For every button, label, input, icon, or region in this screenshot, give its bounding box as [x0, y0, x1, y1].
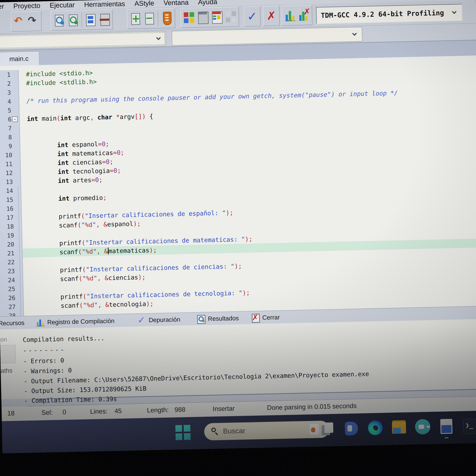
panel-tab-depuracio-n[interactable]: Depuración — [137, 313, 180, 327]
tab-main-c[interactable]: main.c — [0, 51, 39, 66]
redo-icon[interactable] — [27, 13, 40, 29]
line-number: 28 — [0, 311, 24, 317]
preview-thumbnail-icon[interactable] — [438, 418, 455, 435]
line-number: 23 — [0, 267, 23, 276]
separator — [81, 13, 82, 28]
terminal-icon[interactable] — [462, 418, 476, 434]
status-item: Done parsing in 0.015 seconds — [267, 402, 357, 411]
toolbar-group — [244, 6, 261, 27]
menu-item-ayuda[interactable]: Ayuda — [198, 0, 217, 6]
window-swap-icon[interactable] — [98, 12, 111, 28]
status-item: Sel: — [41, 409, 53, 416]
panel-tab-cerrar[interactable]: Cerrar — [251, 311, 280, 324]
line-number: 8 — [0, 133, 20, 142]
window-gray-icon[interactable] — [196, 10, 209, 25]
panel-tab-label: Recursos — [0, 319, 24, 327]
compiler-profile-value: TDM-GCC 4.9.2 64-bit Profiling — [317, 9, 444, 19]
log-line: Compilation results... — [23, 334, 105, 343]
zoom-icon[interactable] — [414, 419, 431, 435]
barchart-icon — [36, 318, 45, 327]
chevron-down-icon — [452, 9, 457, 14]
status-item: Insertar — [213, 405, 235, 412]
menu-item-ejecutar[interactable]: Ejecutar — [50, 1, 75, 9]
menu-item-herramientas[interactable]: Herramientas — [84, 0, 125, 9]
delete-profile-icon[interactable] — [298, 7, 310, 23]
new-project-icon[interactable] — [182, 10, 195, 26]
tab-label: main.c — [9, 55, 29, 63]
line-number: 13 — [0, 177, 21, 187]
toolbar-group — [51, 10, 113, 31]
taskbar-app-icons — [319, 418, 476, 437]
grid-gray-icon[interactable] — [224, 9, 237, 25]
log-line: - Compilation Time: 0.39s — [24, 395, 117, 404]
line-number: 9 — [0, 142, 20, 151]
status-item: 0 — [62, 408, 66, 416]
start-icon[interactable] — [175, 425, 190, 440]
line-number: 12 — [0, 168, 21, 178]
find-icon[interactable] — [52, 13, 66, 29]
line-number: 24 — [0, 275, 23, 285]
search-icon — [211, 427, 216, 432]
bookmark-icon[interactable] — [160, 10, 173, 26]
line-number: 25 — [0, 284, 23, 294]
line-number: 10 — [0, 150, 20, 160]
separator — [158, 11, 158, 26]
window-list-icon[interactable] — [84, 12, 97, 28]
status-item: 45 — [114, 407, 122, 415]
code-editor[interactable]: 1#include <stdio.h>2#include <stdlib.h>3… — [0, 55, 476, 317]
log-line: - Errors: 0 — [23, 357, 64, 365]
cutoff-label: aths — [1, 367, 13, 374]
chat-icon[interactable] — [343, 420, 360, 437]
panel-tab-resultados[interactable]: Resultados — [197, 312, 239, 325]
compiler-profile-select[interactable]: TDM-GCC 4.9.2 64-bit Profiling — [316, 4, 462, 24]
remove-file-icon[interactable] — [143, 11, 156, 27]
laptop-screen: VerProyectoEjecutarHerramientasAStyleVen… — [0, 0, 476, 453]
panel-tab-registro-de-compilacio-n[interactable]: Registro de Compilación — [36, 314, 115, 329]
log-line: - Warnings: 0 — [23, 367, 72, 375]
edge-icon[interactable] — [367, 420, 384, 436]
fold-toggle[interactable]: - — [12, 117, 17, 122]
abort-icon[interactable] — [265, 8, 278, 24]
sidebar-button-partial — [0, 345, 16, 363]
line-number: 6- — [0, 115, 20, 124]
panel-tab-label: Cerrar — [262, 314, 280, 321]
profile-chart-icon[interactable] — [283, 8, 296, 23]
log-line: -------- — [23, 346, 66, 354]
toolbar-group — [127, 8, 175, 29]
menu-item-proyecto[interactable]: Proyecto — [13, 2, 40, 10]
panel-tab-label: Depuración — [149, 316, 180, 323]
line-number: 3 — [0, 88, 19, 97]
chevron-down-icon — [156, 35, 161, 40]
find-next-icon[interactable] — [67, 13, 80, 28]
line-number: 22 — [0, 257, 23, 267]
add-file-icon[interactable] — [129, 11, 142, 27]
compile-log-panel: on aths Compilation results...--------- … — [0, 319, 476, 399]
window-color-icon[interactable] — [210, 9, 223, 25]
toolbar-group — [263, 6, 280, 26]
log-line: - Output Filename: C:\Users\52687\OneDri… — [24, 370, 369, 385]
log-line: - Output Size: 153.0712890625 KiB — [24, 385, 147, 395]
class-browser-combobox[interactable] — [172, 27, 362, 46]
toolbar-group — [282, 5, 312, 26]
search-placeholder: Buscar — [223, 426, 245, 435]
compile-check-icon[interactable] — [246, 8, 259, 24]
toolbar-group — [11, 11, 42, 32]
panel-tab-label: Registro de Compilación — [47, 317, 115, 326]
widgets-icon[interactable] — [319, 421, 336, 437]
goto-function-combobox[interactable] — [0, 31, 166, 50]
taskbar-search[interactable]: Buscar — [204, 421, 329, 441]
line-number: 1 — [0, 70, 19, 80]
close-panel-icon — [251, 313, 260, 322]
menu-item-ventana[interactable]: Ventana — [163, 0, 189, 7]
panel-tab-recursos[interactable]: Recursos — [0, 316, 25, 330]
line-number: 2 — [0, 79, 19, 88]
line-number: 5 — [0, 106, 19, 115]
status-item: 18 — [7, 410, 15, 417]
status-item: Lines: — [90, 408, 107, 415]
toolbar-group — [180, 7, 239, 28]
undo-icon[interactable] — [13, 14, 26, 29]
menu-item-ver[interactable]: Ver — [0, 2, 4, 11]
file-explorer-icon[interactable] — [391, 419, 407, 436]
menu-item-astyle[interactable]: AStyle — [134, 0, 154, 8]
chevron-down-icon — [352, 31, 357, 36]
